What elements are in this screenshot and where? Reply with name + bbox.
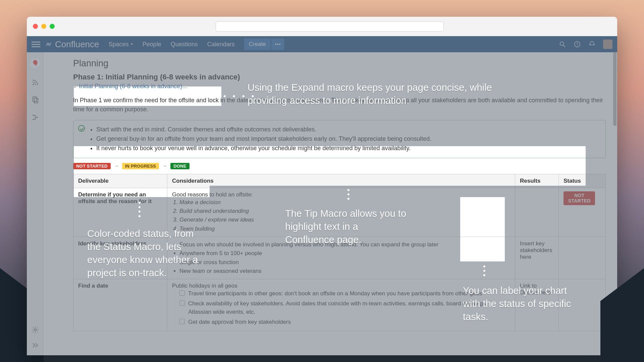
check-circle-icon xyxy=(78,125,85,132)
create-group: Create xyxy=(244,39,284,50)
phase-intro-text: In Phase 1 we confirm the need for the o… xyxy=(73,96,606,114)
svg-rect-5 xyxy=(33,97,37,102)
user-avatar[interactable] xyxy=(603,40,612,49)
tree-icon[interactable] xyxy=(31,113,39,121)
titlebar xyxy=(27,17,617,36)
svg-point-7 xyxy=(33,115,34,116)
considerations-list: Focus on who should be involved in plann… xyxy=(172,240,510,276)
close-window-button[interactable] xyxy=(33,24,38,29)
nav-people[interactable]: People xyxy=(143,41,161,48)
col-results: Results xyxy=(515,174,559,188)
expand-macro-label: Initial Planning (6-8 weeks in advance).… xyxy=(79,83,187,90)
settings-icon[interactable] xyxy=(31,326,39,334)
results-cell: Insert key stakeholders here xyxy=(515,237,559,279)
url-bar[interactable] xyxy=(216,21,444,32)
col-status: Status xyxy=(559,174,606,188)
status-cell xyxy=(559,237,606,279)
browser-window: Confluence Spaces People Questions Calen… xyxy=(27,17,617,355)
traffic-lights xyxy=(33,24,55,29)
tip-macro: Start with the end in mind. Consider the… xyxy=(73,120,606,158)
table-row: Find a date Public holidays in all geos … xyxy=(73,279,606,331)
page-content: Planning Phase 1: Initial Planning (6-8 … xyxy=(44,52,617,355)
col-deliverable: Deliverable xyxy=(73,174,167,188)
svg-point-4 xyxy=(33,84,34,85)
collapse-sidebar-icon[interactable] xyxy=(31,341,39,349)
confluence-logo[interactable]: Confluence xyxy=(45,39,99,50)
create-button[interactable]: Create xyxy=(244,39,271,50)
expand-macro-toggle[interactable]: ⌄ Initial Planning (6-8 weeks in advance… xyxy=(73,83,606,90)
search-icon[interactable] xyxy=(559,41,566,48)
arrow-icon: → xyxy=(162,163,167,169)
status-cell xyxy=(559,279,606,331)
phase-heading: Phase 1: Initial Planning (6-8 weeks in … xyxy=(73,73,606,81)
results-cell xyxy=(515,188,559,237)
checkbox[interactable] xyxy=(179,319,185,324)
tip-item: It never hurts to book your venue well i… xyxy=(96,144,599,153)
space-avatar[interactable]: 🎈 xyxy=(30,58,41,69)
table-row: Determine if you need an offsite and the… xyxy=(73,188,606,237)
svg-line-1 xyxy=(564,45,566,47)
deliverable-title: Determine if you need an offsite and the… xyxy=(78,191,152,204)
help-icon[interactable]: ? xyxy=(574,41,581,48)
arrow-icon: → xyxy=(114,163,119,169)
app-toolbar: Confluence Spaces People Questions Calen… xyxy=(27,36,617,52)
rss-icon[interactable] xyxy=(31,78,39,86)
considerations-list: Make a decision Build shared understandi… xyxy=(172,198,510,233)
results-cell: Link to Doodle here xyxy=(515,279,559,331)
svg-point-0 xyxy=(560,42,564,46)
app-name: Confluence xyxy=(55,39,99,50)
notifications-icon[interactable] xyxy=(588,41,596,48)
tip-item: Start with the end in mind. Consider the… xyxy=(96,125,599,134)
minimize-window-button[interactable] xyxy=(41,24,46,29)
deliverables-table: Deliverable Considerations Results Statu… xyxy=(73,174,606,331)
checkbox[interactable] xyxy=(179,300,185,306)
toolbar-right: ? xyxy=(559,40,612,49)
chevron-down-icon: ⌄ xyxy=(73,84,77,89)
left-sidebar: 🎈 xyxy=(27,52,44,355)
copy-icon[interactable] xyxy=(31,96,39,104)
nav-calendars[interactable]: Calendars xyxy=(207,41,235,48)
considerations-lead: Public holidays in all geos xyxy=(172,283,510,289)
nav-questions[interactable]: Questions xyxy=(171,41,198,48)
maximize-window-button[interactable] xyxy=(50,24,55,29)
col-considerations: Considerations xyxy=(167,174,515,188)
status-not-started: NOT STARTED xyxy=(73,163,111,169)
deliverable-title: Find a date xyxy=(78,283,108,289)
tip-list: Start with the end in mind. Consider the… xyxy=(90,125,599,153)
considerations-lead: Good reasons to hold an offsite: xyxy=(172,191,510,198)
status-done: DONE xyxy=(170,163,189,169)
checklist: Travel time participants in other geos: … xyxy=(172,289,510,326)
status-in-progress: IN PROGRESS xyxy=(122,163,159,169)
status-lozenge: NOT STARTED xyxy=(564,191,595,205)
svg-point-10 xyxy=(34,329,36,331)
hamburger-menu-icon[interactable] xyxy=(32,42,40,47)
table-row: Identify key stakeholders Focus on who s… xyxy=(73,237,606,279)
checkbox[interactable] xyxy=(179,290,185,296)
deliverable-title: Identify key stakeholders xyxy=(78,240,146,247)
vertical-scrollbar[interactable] xyxy=(613,52,616,126)
create-more-button[interactable] xyxy=(271,39,284,50)
primary-nav: Spaces People Questions Calendars xyxy=(109,41,235,48)
svg-point-8 xyxy=(33,119,34,120)
section-heading: Planning xyxy=(73,58,606,69)
svg-point-9 xyxy=(37,117,38,118)
status-legend: NOT STARTED → IN PROGRESS → DONE xyxy=(73,163,606,169)
nav-spaces[interactable]: Spaces xyxy=(109,41,133,48)
tip-item: Get general buy-in for an offsite from y… xyxy=(96,134,599,144)
svg-text:?: ? xyxy=(576,42,579,47)
svg-rect-6 xyxy=(34,98,38,103)
